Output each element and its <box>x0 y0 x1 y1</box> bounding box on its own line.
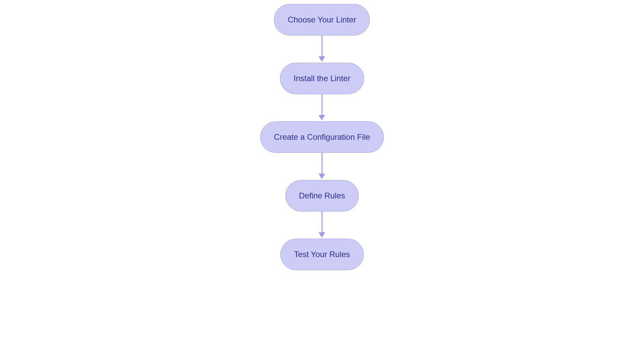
arrow-line-icon <box>321 94 322 115</box>
node-label: Test Your Rules <box>294 250 350 259</box>
arrow-2 <box>319 94 325 121</box>
arrow-head-icon <box>319 56 325 62</box>
arrow-1 <box>319 36 325 63</box>
node-label: Choose Your Linter <box>288 15 356 24</box>
flowchart-node-2: Install the Linter <box>280 63 364 94</box>
node-label: Define Rules <box>299 191 345 200</box>
arrow-line-icon <box>321 211 322 232</box>
node-label: Install the Linter <box>293 74 350 83</box>
arrow-3 <box>319 153 325 180</box>
flowchart-container: Choose Your Linter Install the Linter Cr… <box>260 4 384 270</box>
arrow-line-icon <box>321 36 322 56</box>
arrow-head-icon <box>319 232 325 238</box>
arrow-line-icon <box>321 153 322 174</box>
arrow-head-icon <box>319 115 325 120</box>
arrow-head-icon <box>319 174 325 179</box>
flowchart-node-1: Choose Your Linter <box>274 4 370 36</box>
flowchart-node-4: Define Rules <box>285 180 359 211</box>
flowchart-node-5: Test Your Rules <box>280 239 364 270</box>
node-label: Create a Configuration File <box>274 132 370 142</box>
arrow-4 <box>319 211 325 239</box>
flowchart-node-3: Create a Configuration File <box>260 121 384 153</box>
